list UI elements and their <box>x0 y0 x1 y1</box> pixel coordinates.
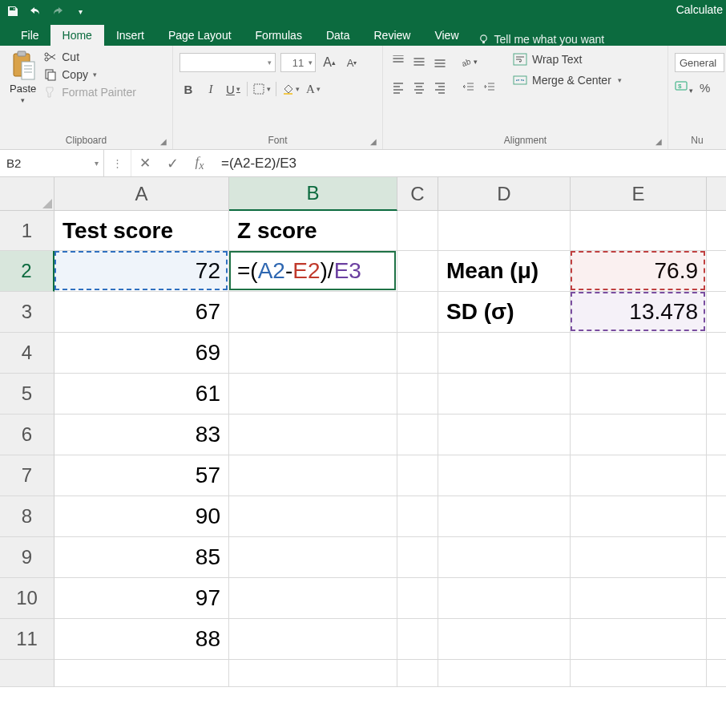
cell-A6[interactable]: 83 <box>54 415 229 455</box>
align-bottom-button[interactable] <box>431 53 449 71</box>
tab-home[interactable]: Home <box>50 25 104 46</box>
cell-F3[interactable] <box>707 292 726 333</box>
row-header-5[interactable]: 5 <box>0 374 54 415</box>
cell-A5[interactable]: 61 <box>54 374 229 415</box>
cell-D10[interactable] <box>438 578 571 619</box>
cell-C4[interactable] <box>397 333 438 374</box>
cell-A1[interactable]: Test score <box>54 211 229 251</box>
row-header-2[interactable]: 2 <box>0 251 54 292</box>
cell-E1[interactable] <box>571 211 707 251</box>
fx-button[interactable]: fx <box>186 150 213 176</box>
cell-B10[interactable] <box>229 578 397 619</box>
row-header-10[interactable]: 10 <box>0 578 54 619</box>
col-header-B[interactable]: B <box>229 177 397 211</box>
paste-button[interactable]: Paste ▾ <box>6 49 39 106</box>
cell-E2[interactable]: 76.9 <box>571 251 707 292</box>
cell-A9[interactable]: 85 <box>54 537 229 578</box>
cell-E12[interactable] <box>571 660 707 687</box>
formula-input[interactable]: =(A2-E2)/E3 <box>213 156 726 172</box>
cell-B3[interactable] <box>229 292 397 333</box>
cell-B9[interactable] <box>229 537 397 578</box>
cell-A2[interactable]: 72 <box>54 251 229 292</box>
alignment-dialog-launcher[interactable]: ◢ <box>653 135 664 147</box>
select-all-corner[interactable] <box>0 177 54 211</box>
cell-E10[interactable] <box>571 578 707 619</box>
enter-formula-button[interactable]: ✓ <box>159 150 186 176</box>
italic-button[interactable]: I <box>202 80 220 98</box>
border-button[interactable] <box>252 80 271 98</box>
save-icon[interactable] <box>6 5 19 18</box>
cell-A10[interactable]: 97 <box>54 578 229 619</box>
cell-C7[interactable] <box>397 455 438 496</box>
cell-C11[interactable] <box>397 619 438 660</box>
font-color-button[interactable]: A <box>305 80 322 98</box>
cell-E3[interactable]: 13.478 <box>571 292 707 333</box>
align-middle-button[interactable] <box>410 53 428 71</box>
cell-C8[interactable] <box>397 496 438 537</box>
wrap-text-button[interactable]: Wrap Text <box>513 53 622 66</box>
cell-C12[interactable] <box>397 660 438 687</box>
cell-E9[interactable] <box>571 537 707 578</box>
cell-B2[interactable]: =(A2-E2)/E3 <box>229 251 397 292</box>
cell-D6[interactable] <box>438 415 571 455</box>
cell-D9[interactable] <box>438 537 571 578</box>
cell-F11[interactable] <box>707 619 726 660</box>
tab-data[interactable]: Data <box>314 25 362 46</box>
cell-B4[interactable] <box>229 333 397 374</box>
cell-E8[interactable] <box>571 496 707 537</box>
row-header-4[interactable]: 4 <box>0 333 54 374</box>
increase-font-button[interactable]: A▴ <box>321 54 338 71</box>
tab-insert[interactable]: Insert <box>104 25 156 46</box>
cell-B5[interactable] <box>229 374 397 415</box>
row-header-7[interactable]: 7 <box>0 455 54 496</box>
qat-customize-icon[interactable]: ▾ <box>74 5 87 18</box>
cell-D2[interactable]: Mean (μ) <box>438 251 571 292</box>
cell-E7[interactable] <box>571 455 707 496</box>
col-header-A[interactable]: A <box>54 177 229 211</box>
font-size-combo[interactable]: 11 <box>280 53 316 72</box>
tab-review[interactable]: Review <box>362 25 423 46</box>
underline-button[interactable]: U <box>224 80 242 98</box>
row-header-12[interactable] <box>0 660 54 687</box>
col-header-next[interactable] <box>707 177 726 211</box>
format-painter-button[interactable]: Format Painter <box>44 86 136 99</box>
tab-view[interactable]: View <box>422 25 470 46</box>
row-header-1[interactable]: 1 <box>0 211 54 251</box>
cell-D7[interactable] <box>438 455 571 496</box>
cell-A11[interactable]: 88 <box>54 619 229 660</box>
cell-B6[interactable] <box>229 415 397 455</box>
cell-F4[interactable] <box>707 333 726 374</box>
name-box[interactable]: B2 <box>0 150 104 176</box>
number-format-combo[interactable]: General <box>675 53 724 72</box>
cell-F1[interactable] <box>707 211 726 251</box>
tab-formulas[interactable]: Formulas <box>244 25 314 46</box>
cell-E11[interactable] <box>571 619 707 660</box>
cell-B1[interactable]: Z score <box>229 211 397 251</box>
align-top-button[interactable] <box>389 53 407 71</box>
cell-C10[interactable] <box>397 578 438 619</box>
font-dialog-launcher[interactable]: ◢ <box>368 135 379 147</box>
cell-B8[interactable] <box>229 496 397 537</box>
col-header-E[interactable]: E <box>571 177 707 211</box>
cell-E5[interactable] <box>571 374 707 415</box>
cell-A4[interactable]: 69 <box>54 333 229 374</box>
tab-file[interactable]: File <box>10 25 50 46</box>
row-header-8[interactable]: 8 <box>0 496 54 537</box>
cell-E6[interactable] <box>571 415 707 455</box>
align-center-button[interactable] <box>410 79 428 96</box>
font-name-combo[interactable]: ▾ <box>179 53 276 72</box>
cell-B11[interactable] <box>229 619 397 660</box>
cancel-formula-button[interactable]: ✕ <box>131 150 159 176</box>
row-header-3[interactable]: 3 <box>0 292 54 333</box>
accounting-button[interactable]: $▾ <box>675 80 693 95</box>
cell-C3[interactable] <box>397 292 438 333</box>
cell-A12[interactable] <box>54 660 229 687</box>
col-header-C[interactable]: C <box>397 177 438 211</box>
percent-button[interactable]: % <box>700 81 710 95</box>
cell-D11[interactable] <box>438 619 571 660</box>
cell-F8[interactable] <box>707 496 726 537</box>
tab-page-layout[interactable]: Page Layout <box>156 25 244 46</box>
cell-C5[interactable] <box>397 374 438 415</box>
tell-me-search[interactable]: Tell me what you want <box>478 33 605 46</box>
cell-A7[interactable]: 57 <box>54 455 229 496</box>
